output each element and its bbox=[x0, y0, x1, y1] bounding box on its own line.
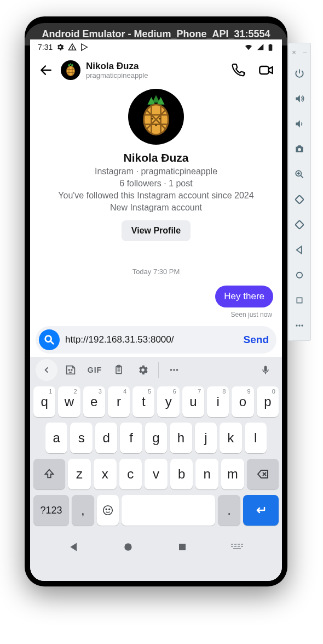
kb-key-f[interactable]: f bbox=[120, 423, 142, 453]
kb-key-s[interactable]: s bbox=[70, 423, 92, 453]
battery-icon bbox=[268, 43, 274, 52]
emulator-close-button[interactable]: × bbox=[292, 48, 296, 56]
emu-camera-button[interactable] bbox=[288, 138, 311, 161]
emu-volume-down-button[interactable] bbox=[288, 112, 311, 135]
svg-point-6 bbox=[151, 118, 153, 119]
kb-key-p[interactable]: p0 bbox=[257, 386, 279, 417]
composer-action-button[interactable] bbox=[39, 329, 60, 350]
kb-key-d[interactable]: d bbox=[95, 423, 117, 453]
svg-rect-29 bbox=[238, 546, 240, 547]
kb-key-b[interactable]: b bbox=[170, 459, 193, 489]
svg-point-11 bbox=[71, 369, 72, 371]
kb-clipboard-button[interactable] bbox=[108, 359, 130, 381]
kb-enter-key[interactable] bbox=[243, 495, 279, 526]
svg-rect-37 bbox=[297, 298, 302, 303]
header-text[interactable]: Nikola Đuza pragmaticpineapple bbox=[86, 61, 148, 79]
svg-rect-1 bbox=[269, 44, 273, 50]
message-row: Hey there bbox=[30, 276, 282, 309]
svg-rect-30 bbox=[241, 546, 243, 547]
kb-key-w[interactable]: w2 bbox=[58, 386, 80, 417]
emu-home-button[interactable] bbox=[288, 264, 311, 287]
emu-zoom-button[interactable] bbox=[288, 163, 311, 186]
kb-shift-key[interactable] bbox=[33, 459, 65, 489]
kb-key-j[interactable]: j bbox=[195, 423, 217, 453]
back-button[interactable] bbox=[37, 61, 55, 79]
emu-volume-up-button[interactable] bbox=[288, 87, 311, 110]
svg-point-10 bbox=[68, 369, 70, 371]
svg-point-38 bbox=[296, 324, 297, 326]
emu-power-button[interactable] bbox=[288, 62, 311, 85]
profile-followed-since: You've followed this Instagram account s… bbox=[41, 191, 271, 201]
kb-key-l[interactable]: l bbox=[245, 423, 267, 453]
kb-gif-button[interactable]: GIF bbox=[84, 359, 106, 381]
kb-collapse-button[interactable] bbox=[36, 359, 57, 381]
nav-home-button[interactable] bbox=[122, 541, 134, 553]
profile-avatar[interactable] bbox=[128, 89, 184, 145]
chat-timestamp: Today 7:30 PM bbox=[30, 267, 282, 276]
kb-symbols-key[interactable]: ?123 bbox=[33, 495, 69, 526]
header-avatar[interactable] bbox=[61, 60, 80, 80]
emu-rotate-left-button[interactable] bbox=[288, 188, 311, 211]
kb-key-x[interactable]: x bbox=[94, 459, 117, 489]
kb-key-i[interactable]: i8 bbox=[207, 386, 229, 417]
profile-name: Nikola Đuza bbox=[41, 151, 271, 164]
kb-key-o[interactable]: o9 bbox=[232, 386, 253, 417]
emu-rotate-right-button[interactable] bbox=[288, 213, 311, 236]
message-bubble[interactable]: Hey there bbox=[215, 286, 273, 307]
send-button[interactable]: Send bbox=[244, 334, 269, 346]
kb-key-e[interactable]: e3 bbox=[83, 386, 105, 417]
svg-point-20 bbox=[109, 509, 110, 510]
kb-more-button[interactable] bbox=[163, 359, 185, 381]
nav-keyboard-switch-button[interactable] bbox=[230, 541, 245, 553]
kb-key-m[interactable]: m bbox=[221, 459, 244, 489]
profile-stats: 6 followers · 1 post bbox=[41, 179, 271, 189]
kb-backspace-key[interactable] bbox=[247, 459, 279, 489]
nav-back-button[interactable] bbox=[68, 541, 80, 553]
svg-point-16 bbox=[176, 369, 178, 371]
wifi-icon bbox=[244, 43, 253, 52]
svg-point-3 bbox=[67, 66, 75, 76]
svg-rect-25 bbox=[238, 544, 240, 545]
kb-emoji-key[interactable] bbox=[97, 495, 119, 526]
svg-rect-27 bbox=[231, 546, 233, 547]
kb-comma-key[interactable]: , bbox=[72, 495, 94, 526]
kb-key-k[interactable]: k bbox=[220, 423, 241, 453]
kb-period-key[interactable]: . bbox=[218, 495, 240, 526]
android-nav-bar bbox=[30, 534, 282, 560]
message-input[interactable] bbox=[65, 334, 238, 345]
header-name: Nikola Đuza bbox=[86, 61, 148, 72]
kb-key-n[interactable]: n bbox=[195, 459, 218, 489]
kb-key-g[interactable]: g bbox=[145, 423, 167, 453]
kb-mic-button[interactable] bbox=[255, 359, 276, 381]
svg-point-21 bbox=[124, 543, 131, 550]
video-button[interactable] bbox=[257, 61, 275, 79]
kb-key-v[interactable]: v bbox=[145, 459, 168, 489]
status-bar: 7:31 bbox=[30, 39, 282, 55]
emulator-minimize-button[interactable]: – bbox=[303, 48, 307, 56]
kb-key-c[interactable]: c bbox=[119, 459, 142, 489]
profile-new-account: New Instagram account bbox=[41, 203, 271, 213]
warning-icon bbox=[68, 43, 77, 52]
kb-key-y[interactable]: y6 bbox=[157, 386, 179, 417]
nav-recents-button[interactable] bbox=[176, 541, 188, 553]
svg-point-0 bbox=[72, 49, 73, 49]
emu-more-button[interactable] bbox=[288, 314, 311, 337]
kb-key-h[interactable]: h bbox=[170, 423, 192, 453]
kb-key-z[interactable]: z bbox=[68, 459, 91, 489]
kb-space-key[interactable] bbox=[122, 495, 215, 526]
profile-subtitle: Instagram · pragmaticpineapple bbox=[41, 167, 271, 176]
kb-sticker-button[interactable] bbox=[60, 359, 82, 381]
svg-rect-2 bbox=[270, 44, 272, 44]
kb-settings-button[interactable] bbox=[132, 359, 154, 381]
kb-key-t[interactable]: t5 bbox=[132, 386, 154, 417]
view-profile-button[interactable]: View Profile bbox=[122, 220, 191, 241]
kb-key-a[interactable]: a bbox=[45, 423, 67, 453]
kb-key-q[interactable]: q1 bbox=[33, 386, 55, 417]
kb-key-u[interactable]: u7 bbox=[182, 386, 204, 417]
call-button[interactable] bbox=[229, 61, 248, 79]
kb-key-r[interactable]: r4 bbox=[108, 386, 130, 417]
emu-back-button[interactable] bbox=[288, 238, 311, 261]
keyboard: GIF q1w2e3r4t5y6u7i8o9p0 asdfghjkl zxcvb… bbox=[30, 357, 282, 581]
emu-overview-button[interactable] bbox=[288, 289, 311, 312]
svg-point-40 bbox=[301, 324, 303, 326]
